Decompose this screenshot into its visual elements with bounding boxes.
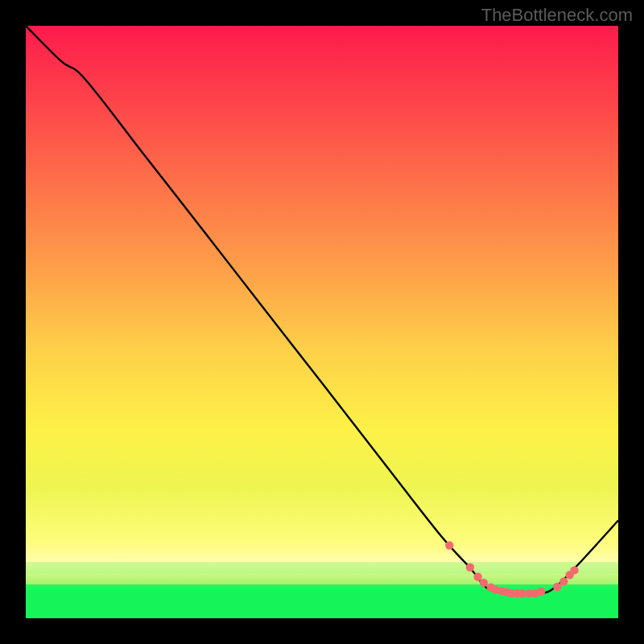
marker-point [553, 583, 561, 591]
chart-svg [26, 26, 618, 618]
attribution-label: TheBottleneck.com [481, 5, 633, 26]
svg-rect-0 [26, 562, 618, 574]
marker-point [570, 566, 578, 574]
marker-point [480, 579, 488, 587]
svg-rect-1 [26, 574, 618, 584]
marker-point [537, 588, 545, 596]
chart-container: TheBottleneck.com [0, 0, 644, 644]
marker-point [559, 577, 568, 585]
gradient-backdrop [26, 26, 618, 618]
marker-point [445, 541, 453, 549]
marker-point [473, 572, 481, 580]
plot-area [26, 26, 618, 618]
marker-point [466, 564, 474, 572]
